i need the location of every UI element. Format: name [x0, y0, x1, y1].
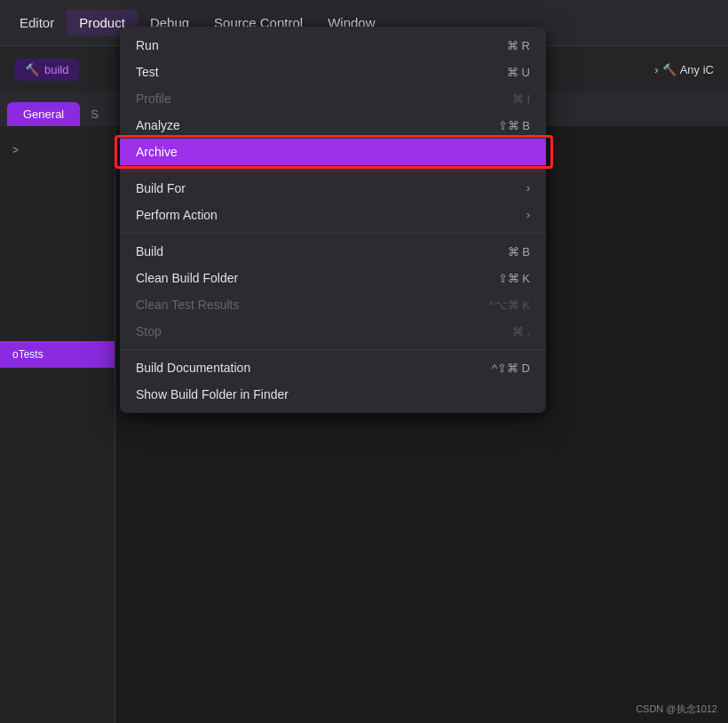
menu-item-profile-label: Profile: [136, 91, 171, 106]
menu-item-analyze-shortcut: ⇧⌘ B: [498, 119, 530, 132]
menu-item-clean-build-folder-shortcut: ⇧⌘ K: [498, 272, 530, 285]
menu-item-clean-test-results: Clean Test Results^⌥⌘ K: [120, 291, 546, 318]
menu-item-run[interactable]: Run⌘ R: [120, 32, 546, 59]
menu-item-stop: Stop⌘ .: [120, 318, 546, 345]
separator-sep3: [120, 349, 546, 350]
menu-item-build-documentation[interactable]: Build Documentation^⇧⌘ D: [120, 354, 546, 381]
menu-item-build-for[interactable]: Build For›: [120, 175, 546, 202]
menu-item-run-shortcut: ⌘ R: [507, 39, 530, 52]
menu-item-clean-test-results-label: Clean Test Results: [136, 298, 239, 312]
menu-item-clean-test-results-shortcut: ^⌥⌘ K: [489, 298, 530, 312]
menu-item-test-shortcut: ⌘ U: [507, 66, 530, 79]
menu-item-build-for-label: Build For: [136, 181, 186, 195]
menu-item-run-label: Run: [136, 38, 159, 52]
dropdown-overlay: Run⌘ RTest⌘ UProfile⌘ IAnalyze⇧⌘ BArchiv…: [0, 0, 728, 723]
menu-item-profile-shortcut: ⌘ I: [512, 92, 530, 106]
menu-item-show-build-folder-label: Show Build Folder in Finder: [136, 387, 289, 401]
menu-item-profile: Profile⌘ I: [120, 85, 546, 112]
menu-item-test-label: Test: [136, 65, 159, 79]
menu-item-clean-build-folder[interactable]: Clean Build Folder⇧⌘ K: [120, 265, 546, 291]
menu-item-perform-action-arrow: ›: [526, 209, 530, 221]
menu-item-analyze-label: Analyze: [136, 118, 180, 132]
menu-item-archive-label: Archive: [136, 145, 178, 159]
separator-sep1: [120, 170, 546, 171]
menu-item-test[interactable]: Test⌘ U: [120, 59, 546, 85]
menu-item-archive[interactable]: Archive: [120, 139, 546, 165]
menu-item-perform-action[interactable]: Perform Action›: [120, 202, 546, 228]
product-dropdown-menu: Run⌘ RTest⌘ UProfile⌘ IAnalyze⇧⌘ BArchiv…: [120, 27, 546, 413]
watermark: CSDN @执念1012: [636, 703, 717, 716]
menu-item-build-documentation-label: Build Documentation: [136, 361, 250, 375]
menu-item-build-label: Build: [136, 244, 163, 258]
menu-item-build-shortcut: ⌘ B: [508, 245, 530, 258]
menu-item-stop-label: Stop: [136, 324, 162, 338]
menu-item-analyze[interactable]: Analyze⇧⌘ B: [120, 112, 546, 139]
menu-item-show-build-folder[interactable]: Show Build Folder in Finder: [120, 381, 546, 408]
menu-item-stop-shortcut: ⌘ .: [512, 325, 530, 338]
menu-item-build[interactable]: Build⌘ B: [120, 238, 546, 265]
menu-item-perform-action-label: Perform Action: [136, 208, 218, 222]
separator-sep2: [120, 233, 546, 234]
menu-item-build-documentation-shortcut: ^⇧⌘ D: [492, 362, 530, 375]
menu-item-build-for-arrow: ›: [526, 182, 530, 195]
menu-item-clean-build-folder-label: Clean Build Folder: [136, 271, 238, 285]
